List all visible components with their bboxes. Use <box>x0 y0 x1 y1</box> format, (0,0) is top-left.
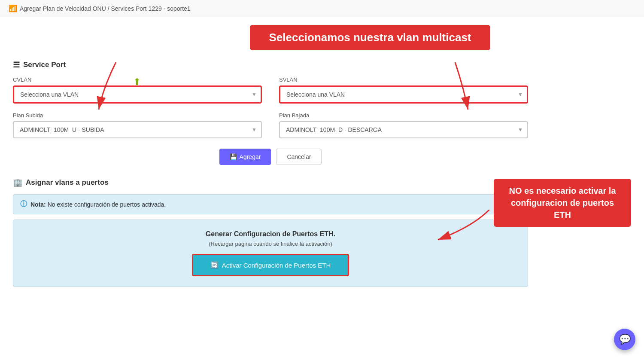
agregar-button[interactable]: 💾 Agregar <box>219 149 271 165</box>
service-port-header: ☰ Service Port <box>13 60 631 70</box>
activar-config-button[interactable]: 🔄 Activar Configuración de Puertos ETH <box>192 254 349 276</box>
cvlan-select[interactable]: Selecciona una VLAN <box>13 85 262 104</box>
building-icon: 🏢 <box>13 178 22 187</box>
service-port-form: CVLAN Selecciona una VLAN ▼ SVLAN Selecc… <box>13 76 528 138</box>
svlan-group: SVLAN Selecciona una VLAN ▼ <box>279 76 528 104</box>
svlan-label: SVLAN <box>279 76 528 83</box>
nota-box: ⓘ Nota: No existe configuración de puert… <box>13 194 528 214</box>
plan-bajada-label: Plan Bajada <box>279 112 528 119</box>
plan-subida-label: Plan Subida <box>13 112 262 119</box>
plan-subida-select[interactable]: ADMINOLT_100M_U - SUBIDA <box>13 121 262 138</box>
generar-config-subtitle: (Recargar pagina cuando se finalice la a… <box>20 241 521 247</box>
service-port-section: ☰ Service Port CVLAN Selecciona una VLAN… <box>13 60 631 165</box>
service-port-icon: ☰ <box>13 60 20 70</box>
form-button-row: 💾 Agregar Cancelar <box>13 149 528 165</box>
svlan-select[interactable]: Selecciona una VLAN <box>279 85 528 104</box>
annotation-top-banner: Seleccionamos nuestra vlan multicast <box>250 25 490 50</box>
chat-button[interactable]: 💬 <box>614 329 635 350</box>
asignar-vlans-title: Asignar vlans a puertos <box>26 178 109 187</box>
save-icon: 💾 <box>230 153 237 160</box>
generar-config-box: Generar Configuracion de Puertos ETH. (R… <box>13 220 528 287</box>
plan-bajada-group: Plan Bajada ADMINOLT_100M_D - DESCARGA ▼ <box>279 112 528 138</box>
nota-label-text: Nota: No existe configuración de puertos… <box>30 201 166 208</box>
annotation-right-callout: NO es necesario activar la configuracion… <box>494 179 631 227</box>
cvlan-select-wrapper[interactable]: Selecciona una VLAN ▼ <box>13 85 262 104</box>
generar-config-title: Generar Configuracion de Puertos ETH. <box>20 230 521 238</box>
refresh-icon: 🔄 <box>210 261 219 269</box>
plan-subida-select-wrapper[interactable]: ADMINOLT_100M_U - SUBIDA ▼ <box>13 121 262 138</box>
svlan-select-wrapper[interactable]: Selecciona una VLAN ▼ <box>279 85 528 104</box>
breadcrumb: 📶 Agregar Plan de Velocidad ONU / Servic… <box>0 0 644 17</box>
wifi-icon: 📶 <box>9 4 17 12</box>
cvlan-label: CVLAN <box>13 76 262 83</box>
service-port-title: Service Port <box>23 61 66 69</box>
info-icon: ⓘ <box>20 200 27 209</box>
plan-subida-group: Plan Subida ADMINOLT_100M_U - SUBIDA ▼ <box>13 112 262 138</box>
cancelar-button[interactable]: Cancelar <box>276 149 322 165</box>
cvlan-group: CVLAN Selecciona una VLAN ▼ <box>13 76 262 104</box>
plan-bajada-select[interactable]: ADMINOLT_100M_D - DESCARGA <box>279 121 528 138</box>
plan-bajada-select-wrapper[interactable]: ADMINOLT_100M_D - DESCARGA ▼ <box>279 121 528 138</box>
